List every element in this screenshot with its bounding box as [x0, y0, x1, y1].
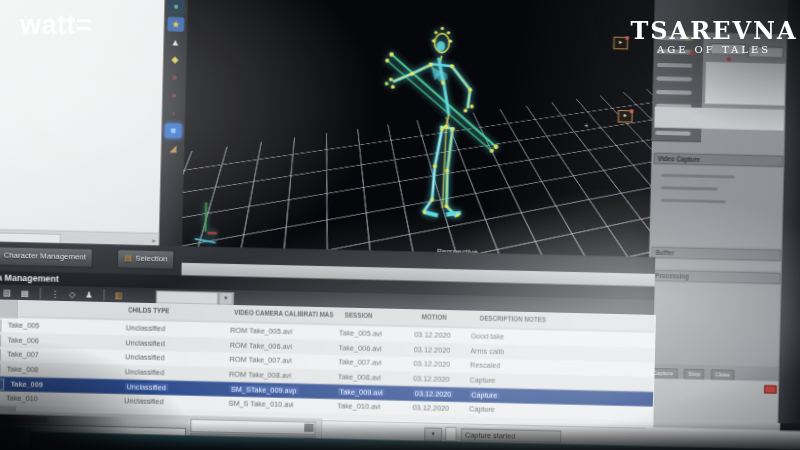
col-notes: DESCRIPTION NOTES [479, 311, 594, 330]
takes-table: CHILDS TYPE VIDEO CAMERA CALIBRATI MAS S… [15, 300, 655, 428]
subtitle-text: AGE OF TALES [628, 44, 800, 56]
note-icon [445, 427, 457, 442]
boot-rig-icon[interactable]: ◢ [164, 141, 181, 156]
status-dropdown-icon[interactable]: ▾ [424, 427, 442, 441]
globe-icon[interactable]: ● [168, 0, 185, 14]
red-arrow-icon[interactable]: » [166, 88, 183, 103]
panel-field[interactable] [705, 62, 785, 106]
selected-tool-icon[interactable]: ■ [165, 123, 182, 138]
col-video: VIDEO CAMERA CALIBRATI MAS [234, 305, 343, 324]
link-icon[interactable]: ◇ [69, 286, 76, 302]
play-icon[interactable]: ▶ [0, 349, 1, 361]
browse-icon[interactable] [304, 423, 314, 432]
axis-gizmo [195, 202, 218, 242]
monitor-screen: ◂ ▸ ● ★ ▲ ◆ » » › ■ ◢ [0, 0, 800, 450]
actor-icon[interactable]: ♟ [85, 287, 93, 303]
star-asset-icon[interactable]: ★ [167, 17, 184, 32]
list-icon: ▤ [124, 253, 132, 263]
import-icon[interactable]: ▦ [21, 285, 29, 301]
filter-icon[interactable]: ⋮ [51, 286, 60, 302]
mocap-skeleton [182, 0, 656, 274]
tab-selection[interactable]: ▤Selection [117, 249, 175, 270]
play-icon[interactable]: ▶ [0, 364, 1, 376]
status-message: Capture started [461, 428, 562, 443]
play-icon[interactable]: ▶ [0, 334, 1, 346]
record-led [727, 57, 731, 61]
3d-viewport[interactable]: ▸ ▸ + Perspective [182, 0, 656, 274]
title-text: TSAREVNA [628, 18, 800, 44]
grid-icon[interactable]: ▥ [115, 287, 123, 303]
record-indicator [764, 385, 777, 394]
capture-properties-panel: Video Capture Buffer Processing Capture … [645, 0, 790, 444]
null-marker-icon: + [584, 122, 588, 129]
film-title: TSAREVNA AGE OF TALES [628, 18, 800, 56]
folder-open-icon[interactable]: ▧ [3, 285, 11, 301]
watt-logo: watt= [20, 10, 92, 41]
camera-icon[interactable]: ▸ [618, 110, 633, 123]
col-session: SESSION [344, 307, 420, 325]
play-icon[interactable]: ▶ [0, 378, 4, 390]
cursor-tool-icon[interactable]: ▲ [167, 34, 184, 49]
rename-label [0, 416, 48, 423]
play-icon[interactable]: ▶ [0, 320, 2, 332]
clip-field[interactable] [190, 419, 316, 436]
red-arrow-icon[interactable]: » [166, 70, 183, 85]
camera-icon[interactable]: ▸ [613, 37, 628, 50]
motion-tool-icon[interactable]: › [165, 106, 182, 121]
document-icon: ▣ [0, 250, 1, 260]
panel-field [654, 107, 784, 131]
col-motion: MOTION [421, 309, 478, 327]
marker-tool-icon[interactable]: ◆ [166, 52, 183, 67]
tab-character-management[interactable]: ▣Character Management [0, 246, 94, 268]
col-childs-type: CHILDS TYPE [128, 302, 233, 321]
